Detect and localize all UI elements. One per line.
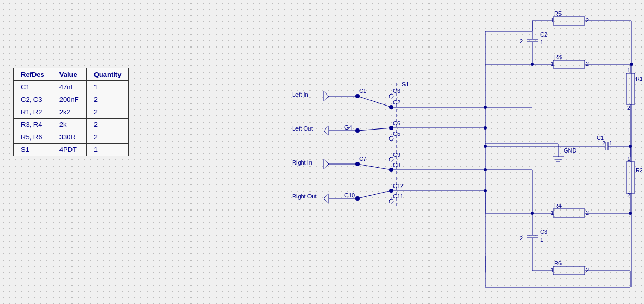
- svg-text:1: 1: [551, 267, 554, 273]
- svg-text:1: 1: [551, 209, 554, 216]
- col-header-value: Value: [52, 68, 86, 81]
- svg-point-25: [389, 157, 393, 161]
- svg-text:C11: C11: [393, 193, 403, 200]
- svg-point-127: [484, 126, 487, 130]
- svg-line-36: [357, 191, 391, 198]
- bom-cell-quantity-2: 2: [86, 106, 129, 119]
- svg-text:C10: C10: [344, 192, 355, 198]
- svg-rect-93: [553, 209, 585, 217]
- left-in-label: Left In: [292, 91, 308, 98]
- svg-line-15: [357, 96, 391, 107]
- svg-rect-60: [626, 73, 635, 104]
- bom-cell-quantity-4: 2: [86, 131, 129, 144]
- svg-text:R2: R2: [636, 167, 642, 173]
- svg-marker-6: [324, 194, 329, 203]
- svg-text:C5: C5: [393, 131, 400, 137]
- svg-marker-4: [324, 159, 329, 169]
- bom-cell-quantity-5: 1: [86, 144, 129, 156]
- right-out-label: Right Out: [292, 193, 316, 200]
- bom-row-0: C147nF1: [14, 81, 129, 93]
- svg-text:C2: C2: [540, 31, 547, 38]
- svg-rect-109: [553, 266, 585, 275]
- svg-marker-0: [324, 91, 329, 101]
- svg-text:1: 1: [627, 156, 630, 162]
- col-header-quantity: Quantity: [86, 68, 129, 81]
- svg-text:1: 1: [627, 67, 630, 73]
- bom-cell-quantity-1: 2: [86, 93, 129, 106]
- svg-text:C2: C2: [393, 99, 400, 106]
- bom-cell-value-0: 47nF: [52, 81, 86, 93]
- svg-text:2: 2: [586, 61, 589, 67]
- svg-text:2: 2: [520, 38, 523, 44]
- svg-rect-87: [626, 162, 635, 193]
- svg-marker-2: [324, 126, 329, 135]
- bom-row-1: C2, C3200nF2: [14, 93, 129, 106]
- s1-label: S1: [402, 81, 409, 87]
- svg-text:C3: C3: [540, 229, 547, 235]
- bom-cell-refdes-3: R3, R4: [14, 119, 52, 131]
- bom-cell-refdes-2: R1, R2: [14, 106, 52, 119]
- svg-text:1: 1: [540, 39, 543, 45]
- svg-text:1: 1: [551, 61, 554, 67]
- bom-table-container: RefDes Value Quantity C147nF1C2, C3200nF…: [13, 68, 129, 156]
- left-out-label: Left Out: [292, 125, 313, 132]
- svg-text:R3: R3: [554, 54, 562, 60]
- svg-text:C12: C12: [393, 183, 403, 189]
- bom-cell-value-2: 2k2: [52, 106, 86, 119]
- col-header-refdes: RefDes: [14, 68, 52, 81]
- bom-table: RefDes Value Quantity C147nF1C2, C3200nF…: [13, 68, 129, 156]
- bom-cell-quantity-0: 1: [86, 81, 129, 93]
- svg-rect-39: [553, 17, 585, 25]
- svg-text:2: 2: [586, 209, 589, 216]
- svg-text:C9: C9: [393, 151, 400, 158]
- svg-text:2: 2: [586, 267, 589, 273]
- bom-cell-value-3: 2k: [52, 119, 86, 131]
- svg-text:C6: C6: [393, 120, 400, 126]
- svg-text:GND: GND: [564, 147, 577, 154]
- svg-text:R1: R1: [636, 76, 642, 82]
- bom-cell-value-5: 4PDT: [52, 144, 86, 156]
- svg-point-34: [389, 199, 393, 203]
- svg-point-69: [484, 106, 487, 109]
- bom-cell-value-4: 330R: [52, 131, 86, 144]
- svg-point-85: [484, 145, 487, 148]
- bom-cell-refdes-1: C2, C3: [14, 93, 52, 106]
- svg-text:R6: R6: [554, 260, 562, 266]
- bom-cell-refdes-0: C1: [14, 81, 52, 93]
- svg-rect-52: [553, 60, 585, 68]
- right-in-label: Right In: [292, 159, 312, 166]
- svg-text:R4: R4: [554, 203, 562, 209]
- svg-text:2: 2: [627, 192, 630, 198]
- svg-text:C3: C3: [393, 88, 400, 94]
- bom-row-3: R3, R42k2: [14, 119, 129, 131]
- bom-cell-quantity-3: 2: [86, 119, 129, 131]
- bom-cell-refdes-5: S1: [14, 144, 52, 156]
- svg-text:1: 1: [540, 237, 543, 243]
- bom-row-4: R5, R6330R2: [14, 131, 129, 144]
- svg-text:G4: G4: [344, 124, 352, 131]
- svg-text:1: 1: [551, 17, 554, 24]
- svg-text:C8: C8: [393, 162, 400, 168]
- svg-line-29: [357, 164, 391, 170]
- schematic-diagram: Left In Left Out Right In Right Out S1 C…: [277, 5, 642, 298]
- svg-line-22: [357, 128, 391, 131]
- svg-text:1: 1: [609, 140, 612, 146]
- svg-text:2: 2: [602, 140, 605, 146]
- svg-point-20: [389, 136, 393, 141]
- bom-row-2: R1, R22k22: [14, 106, 129, 119]
- bom-cell-refdes-4: R5, R6: [14, 131, 52, 144]
- svg-text:C1: C1: [359, 88, 366, 94]
- bom-cell-value-1: 200nF: [52, 93, 86, 106]
- svg-text:2: 2: [627, 104, 630, 111]
- bom-row-5: S14PDT1: [14, 144, 129, 156]
- svg-point-13: [389, 94, 393, 98]
- svg-text:R5: R5: [554, 10, 562, 17]
- svg-text:2: 2: [520, 235, 523, 241]
- svg-text:2: 2: [586, 17, 589, 24]
- svg-text:C7: C7: [359, 156, 366, 162]
